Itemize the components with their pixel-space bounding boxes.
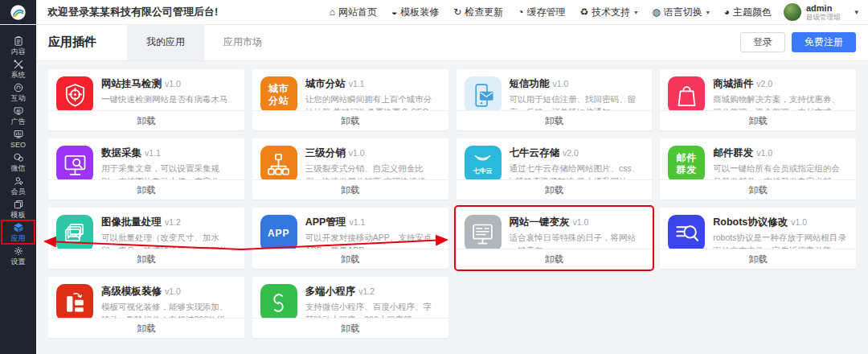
plugin-description: 通过七牛云存储给网站图片、css、js等静态资源加速,极大提升网站加载速度，让网… bbox=[510, 163, 645, 179]
plugin-version: v1.0 bbox=[791, 217, 807, 227]
login-button[interactable]: 登录 bbox=[740, 32, 785, 53]
plugin-version: v1.0 bbox=[165, 79, 181, 88]
uninstall-button[interactable]: 卸载 bbox=[749, 115, 768, 127]
top-nav-item[interactable]: ♻ 技术支持 ▾ bbox=[572, 6, 645, 19]
uninstall-button[interactable]: 卸载 bbox=[749, 184, 768, 196]
top-nav-label: 技术支持 bbox=[592, 6, 630, 19]
plugin-title: APP管理v1.1 bbox=[305, 216, 440, 229]
shield-icon bbox=[56, 76, 93, 110]
plugin-card: 三级分销v1.0 三级裂变式分销、自定义佣金比例、快速发展分销商,实现快速推广与… bbox=[252, 138, 448, 200]
uninstall-button[interactable]: 卸载 bbox=[137, 184, 155, 196]
top-nav-item[interactable]: ◔ 缓存管理 bbox=[510, 6, 572, 19]
sidebar-item-label: 内容 bbox=[11, 48, 26, 56]
uninstall-button[interactable]: 卸载 bbox=[341, 253, 359, 266]
uninstall-button[interactable]: 卸载 bbox=[137, 323, 155, 335]
plugin-description: 商城购物解决方案，支持优惠券、积分管理、资金管理、支付方式、配送方式 bbox=[713, 93, 848, 110]
top-nav-item[interactable]: ◍ 语言切换 ▾ bbox=[645, 6, 717, 19]
language-icon: ◍ bbox=[652, 7, 660, 17]
mail-text-icon: 邮件 群发 bbox=[668, 146, 705, 179]
sidebar-item[interactable]: 微信 bbox=[2, 150, 35, 174]
plugin-version: v1.0 bbox=[573, 217, 589, 227]
tab-bar: 我的应用 应用市场 bbox=[127, 24, 281, 60]
sidebar-item-label: 微信 bbox=[11, 165, 26, 172]
wechat-icon bbox=[13, 152, 24, 163]
sidebar-item-label: 广告 bbox=[11, 118, 26, 126]
welcome-text: 欢迎登录某某科技有限公司管理后台! bbox=[47, 5, 218, 19]
apps-icon bbox=[13, 222, 24, 233]
uninstall-button[interactable]: 卸载 bbox=[545, 115, 563, 127]
settings-icon bbox=[13, 245, 24, 257]
sidebar-item[interactable]: 应用 bbox=[2, 220, 35, 244]
uninstall-button[interactable]: 卸载 bbox=[545, 253, 563, 266]
avatar bbox=[784, 3, 801, 21]
uninstall-button[interactable]: 卸载 bbox=[137, 115, 155, 127]
sidebar-item[interactable]: 设置 bbox=[2, 244, 35, 267]
cache-icon: ◔ bbox=[518, 7, 523, 17]
plugin-version: v1.2 bbox=[358, 286, 375, 296]
sidebar-item-label: 应用 bbox=[11, 235, 26, 242]
plugin-description: 可以用于短信注册、找回密码、留言、反馈、订单等短信通知 bbox=[510, 93, 645, 110]
theme-icon: ◕ bbox=[724, 7, 730, 17]
sidebar-item[interactable]: 互动 bbox=[2, 80, 35, 104]
sidebar-item[interactable]: 会员 bbox=[2, 174, 35, 197]
interact-icon bbox=[13, 82, 24, 93]
robots-icon bbox=[668, 215, 705, 249]
plugin-version: v1.0 bbox=[756, 148, 772, 158]
plugin-version: v1.0 bbox=[165, 286, 181, 296]
chevron-down-icon[interactable]: ▾ bbox=[854, 8, 858, 16]
plugin-title: 商城插件v2.0 bbox=[713, 77, 848, 91]
uninstall-button[interactable]: 卸载 bbox=[341, 115, 359, 127]
sidebar-item[interactable]: AD 广告 bbox=[2, 104, 35, 127]
app-logo[interactable] bbox=[0, 0, 36, 24]
svg-text:七牛云: 七牛云 bbox=[473, 167, 493, 174]
plugin-description: 用于采集文章，可以设置采集规则，支持图片自动上传、内容分页采集、自动生成缩略图 bbox=[101, 163, 236, 179]
uninstall-button[interactable]: 卸载 bbox=[545, 184, 563, 196]
top-nav-item[interactable]: ⌂ 网站首页 bbox=[322, 6, 384, 19]
home-icon: ⌂ bbox=[330, 7, 335, 17]
uninstall-button[interactable]: 卸载 bbox=[137, 253, 155, 266]
top-nav-item[interactable]: ↻ 检查更新 bbox=[446, 6, 510, 19]
page-title: 应用插件 bbox=[48, 35, 96, 50]
support-icon: ♻ bbox=[579, 7, 588, 17]
tab[interactable]: 我的应用 bbox=[127, 24, 204, 60]
plugin-card: 网站挂马检测v1.0 一键快速检测网站是否有病毒木马 卸载 bbox=[48, 69, 244, 130]
plugin-title: 邮件群发v1.0 bbox=[713, 146, 848, 160]
sidebar-item[interactable]: 系统 bbox=[2, 57, 35, 80]
page-header: 应用插件 我的应用 应用市场 登录 免费注册 bbox=[36, 24, 868, 61]
uninstall-button[interactable]: 卸载 bbox=[341, 184, 359, 196]
plugin-title: 网站一键变灰v1.0 bbox=[510, 216, 645, 229]
plugin-card: 高级模板装修v1.0 模板可视化装修，能够实现添加、移动、删除组件！有超过200… bbox=[48, 277, 244, 338]
top-nav-label: 检查更新 bbox=[465, 6, 503, 19]
plugin-description: 让您的网站瞬间拥有上百个城市分站站群,关键词收录更快更多,SEO优化引流神器 bbox=[305, 93, 440, 110]
layout-icon bbox=[56, 284, 93, 318]
tab-label: 我的应用 bbox=[146, 35, 185, 49]
svg-text:AD: AD bbox=[16, 109, 21, 113]
uninstall-button[interactable]: 卸载 bbox=[341, 323, 359, 335]
sidebar-item[interactable]: SEO bbox=[2, 127, 35, 150]
sidebar-item-label: SEO bbox=[10, 142, 26, 149]
register-button[interactable]: 免费注册 bbox=[792, 32, 856, 53]
plugin-card: 数据采集v1.1 用于采集文章，可以设置采集规则，支持图片自动上传、内容分页采集… bbox=[48, 138, 244, 200]
top-nav-label: 语言切换 bbox=[664, 6, 702, 19]
user-menu[interactable]: admin 超级管理组 bbox=[784, 3, 841, 21]
plugin-title: 城市分站v1.1 bbox=[305, 77, 440, 91]
uninstall-button[interactable]: 卸载 bbox=[749, 253, 768, 266]
top-nav-item[interactable]: ◕ 主题颜色 bbox=[717, 6, 779, 19]
tab-label: 应用市场 bbox=[223, 35, 262, 49]
plugin-version: v1.0 bbox=[349, 148, 365, 158]
plugin-version: v1.1 bbox=[349, 79, 365, 88]
plugin-description: 可以一键给所有会员或指定组的会员群发邮件，支持群发自定义邮箱，支持邮箱号码导入导… bbox=[713, 163, 848, 179]
tab[interactable]: 应用市场 bbox=[204, 24, 281, 60]
top-nav-item[interactable]: ◒ 模板装修 bbox=[384, 6, 446, 19]
plugin-title: 三级分销v1.0 bbox=[305, 146, 440, 160]
sidebar-item[interactable]: 模板 bbox=[2, 197, 35, 220]
main-area: 应用插件 我的应用 应用市场 登录 免费注册 网站挂马检测v1.0 bbox=[36, 24, 868, 354]
qiniu-icon: 七牛云 bbox=[465, 146, 502, 179]
update-icon: ↻ bbox=[453, 7, 461, 17]
top-nav-label: 缓存管理 bbox=[526, 6, 565, 19]
plugin-description: 模板可视化装修，能够实现添加、移动、删除组件！有超过200款组件供你选择 bbox=[101, 301, 236, 318]
plugin-version: v1.2 bbox=[165, 217, 181, 227]
plugin-version: v1.0 bbox=[553, 79, 569, 88]
sidebar-item[interactable]: 内容 bbox=[2, 34, 35, 57]
template-icon bbox=[13, 199, 24, 210]
